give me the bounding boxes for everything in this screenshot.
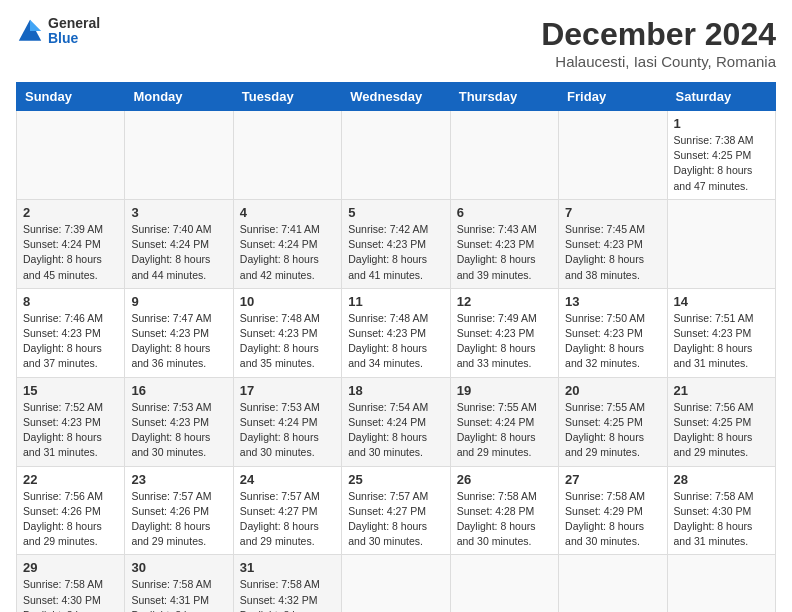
calendar-day-cell [667,555,775,612]
day-info: Sunrise: 7:54 AMSunset: 4:24 PMDaylight:… [348,400,443,461]
calendar-day-cell: 15Sunrise: 7:52 AMSunset: 4:23 PMDayligh… [17,377,125,466]
day-number: 31 [240,560,335,575]
day-info: Sunrise: 7:53 AMSunset: 4:23 PMDaylight:… [131,400,226,461]
calendar-day-cell: 21Sunrise: 7:56 AMSunset: 4:25 PMDayligh… [667,377,775,466]
day-number: 9 [131,294,226,309]
calendar-day-cell: 29Sunrise: 7:58 AMSunset: 4:30 PMDayligh… [17,555,125,612]
day-number: 11 [348,294,443,309]
calendar-day-cell: 30Sunrise: 7:58 AMSunset: 4:31 PMDayligh… [125,555,233,612]
day-number: 19 [457,383,552,398]
calendar-day-cell: 24Sunrise: 7:57 AMSunset: 4:27 PMDayligh… [233,466,341,555]
day-info: Sunrise: 7:58 AMSunset: 4:30 PMDaylight:… [674,489,769,550]
day-of-week-header: Tuesday [233,83,341,111]
day-info: Sunrise: 7:48 AMSunset: 4:23 PMDaylight:… [240,311,335,372]
day-info: Sunrise: 7:58 AMSunset: 4:32 PMDaylight:… [240,577,335,612]
calendar-day-cell: 17Sunrise: 7:53 AMSunset: 4:24 PMDayligh… [233,377,341,466]
day-info: Sunrise: 7:57 AMSunset: 4:27 PMDaylight:… [240,489,335,550]
day-number: 25 [348,472,443,487]
day-info: Sunrise: 7:58 AMSunset: 4:31 PMDaylight:… [131,577,226,612]
day-number: 18 [348,383,443,398]
day-number: 24 [240,472,335,487]
calendar-day-cell [559,111,667,200]
calendar-day-cell: 5Sunrise: 7:42 AMSunset: 4:23 PMDaylight… [342,199,450,288]
calendar-day-cell: 7Sunrise: 7:45 AMSunset: 4:23 PMDaylight… [559,199,667,288]
header: General Blue December 2024 Halaucesti, I… [16,16,776,70]
calendar-week-row: 1Sunrise: 7:38 AMSunset: 4:25 PMDaylight… [17,111,776,200]
day-info: Sunrise: 7:57 AMSunset: 4:27 PMDaylight:… [348,489,443,550]
day-of-week-header: Thursday [450,83,558,111]
day-number: 29 [23,560,118,575]
day-info: Sunrise: 7:58 AMSunset: 4:29 PMDaylight:… [565,489,660,550]
calendar-week-row: 8Sunrise: 7:46 AMSunset: 4:23 PMDaylight… [17,288,776,377]
svg-marker-1 [30,20,41,31]
day-number: 2 [23,205,118,220]
day-number: 1 [674,116,769,131]
calendar-day-cell [125,111,233,200]
day-info: Sunrise: 7:58 AMSunset: 4:28 PMDaylight:… [457,489,552,550]
day-info: Sunrise: 7:38 AMSunset: 4:25 PMDaylight:… [674,133,769,194]
day-number: 30 [131,560,226,575]
day-number: 8 [23,294,118,309]
calendar-day-cell: 19Sunrise: 7:55 AMSunset: 4:24 PMDayligh… [450,377,558,466]
day-info: Sunrise: 7:50 AMSunset: 4:23 PMDaylight:… [565,311,660,372]
calendar-day-cell: 22Sunrise: 7:56 AMSunset: 4:26 PMDayligh… [17,466,125,555]
calendar-day-cell [450,111,558,200]
calendar-day-cell: 8Sunrise: 7:46 AMSunset: 4:23 PMDaylight… [17,288,125,377]
day-number: 17 [240,383,335,398]
calendar-day-cell: 2Sunrise: 7:39 AMSunset: 4:24 PMDaylight… [17,199,125,288]
logo-icon [16,17,44,45]
day-info: Sunrise: 7:56 AMSunset: 4:26 PMDaylight:… [23,489,118,550]
subtitle: Halaucesti, Iasi County, Romania [541,53,776,70]
day-number: 26 [457,472,552,487]
calendar-day-cell [667,199,775,288]
calendar-day-cell: 3Sunrise: 7:40 AMSunset: 4:24 PMDaylight… [125,199,233,288]
calendar-day-cell: 28Sunrise: 7:58 AMSunset: 4:30 PMDayligh… [667,466,775,555]
calendar-day-cell: 6Sunrise: 7:43 AMSunset: 4:23 PMDaylight… [450,199,558,288]
logo: General Blue [16,16,100,47]
calendar-day-cell [342,111,450,200]
day-number: 7 [565,205,660,220]
day-info: Sunrise: 7:51 AMSunset: 4:23 PMDaylight:… [674,311,769,372]
day-of-week-header: Wednesday [342,83,450,111]
day-number: 28 [674,472,769,487]
day-number: 22 [23,472,118,487]
day-number: 14 [674,294,769,309]
calendar-day-cell [450,555,558,612]
calendar-day-cell: 13Sunrise: 7:50 AMSunset: 4:23 PMDayligh… [559,288,667,377]
main-title: December 2024 [541,16,776,53]
day-number: 16 [131,383,226,398]
day-number: 20 [565,383,660,398]
calendar-day-cell: 10Sunrise: 7:48 AMSunset: 4:23 PMDayligh… [233,288,341,377]
day-info: Sunrise: 7:58 AMSunset: 4:30 PMDaylight:… [23,577,118,612]
calendar-day-cell [17,111,125,200]
day-info: Sunrise: 7:56 AMSunset: 4:25 PMDaylight:… [674,400,769,461]
day-info: Sunrise: 7:57 AMSunset: 4:26 PMDaylight:… [131,489,226,550]
day-number: 27 [565,472,660,487]
calendar-day-cell: 31Sunrise: 7:58 AMSunset: 4:32 PMDayligh… [233,555,341,612]
day-of-week-header: Saturday [667,83,775,111]
calendar-day-cell: 9Sunrise: 7:47 AMSunset: 4:23 PMDaylight… [125,288,233,377]
day-of-week-header: Friday [559,83,667,111]
title-area: December 2024 Halaucesti, Iasi County, R… [541,16,776,70]
day-info: Sunrise: 7:45 AMSunset: 4:23 PMDaylight:… [565,222,660,283]
logo-blue-text: Blue [48,31,100,46]
calendar-day-cell: 1Sunrise: 7:38 AMSunset: 4:25 PMDaylight… [667,111,775,200]
calendar-day-cell: 4Sunrise: 7:41 AMSunset: 4:24 PMDaylight… [233,199,341,288]
day-info: Sunrise: 7:53 AMSunset: 4:24 PMDaylight:… [240,400,335,461]
calendar-week-row: 22Sunrise: 7:56 AMSunset: 4:26 PMDayligh… [17,466,776,555]
day-info: Sunrise: 7:39 AMSunset: 4:24 PMDaylight:… [23,222,118,283]
calendar-day-cell: 20Sunrise: 7:55 AMSunset: 4:25 PMDayligh… [559,377,667,466]
calendar-day-cell [233,111,341,200]
calendar-day-cell: 27Sunrise: 7:58 AMSunset: 4:29 PMDayligh… [559,466,667,555]
day-number: 13 [565,294,660,309]
calendar-week-row: 15Sunrise: 7:52 AMSunset: 4:23 PMDayligh… [17,377,776,466]
calendar-day-cell: 25Sunrise: 7:57 AMSunset: 4:27 PMDayligh… [342,466,450,555]
day-info: Sunrise: 7:49 AMSunset: 4:23 PMDaylight:… [457,311,552,372]
calendar-week-row: 2Sunrise: 7:39 AMSunset: 4:24 PMDaylight… [17,199,776,288]
day-of-week-header: Sunday [17,83,125,111]
day-number: 6 [457,205,552,220]
calendar-day-cell: 12Sunrise: 7:49 AMSunset: 4:23 PMDayligh… [450,288,558,377]
day-info: Sunrise: 7:46 AMSunset: 4:23 PMDaylight:… [23,311,118,372]
logo-general-text: General [48,16,100,31]
day-number: 15 [23,383,118,398]
